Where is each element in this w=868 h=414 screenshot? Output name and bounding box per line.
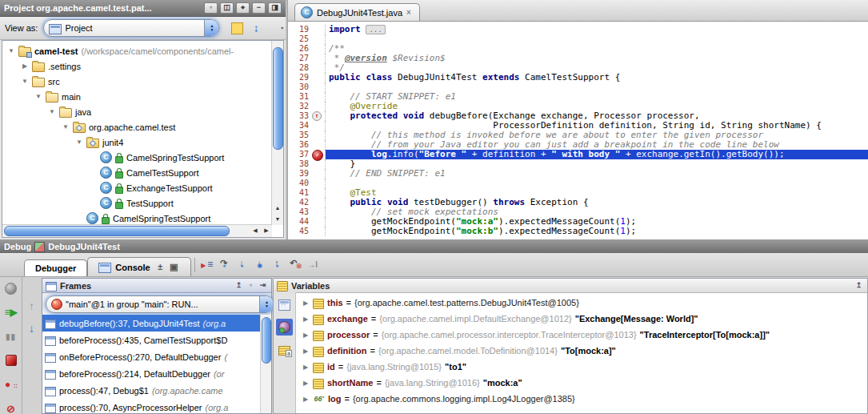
hide-right-button[interactable]: ⇥: [258, 280, 268, 291]
restore-button[interactable]: ↥: [234, 280, 244, 291]
thread-selector[interactable]: "main"@1 in group "main": RUN... ▲▼: [46, 295, 274, 313]
watches-button[interactable]: [276, 319, 293, 336]
gutter[interactable]: [311, 198, 326, 207]
frame-row[interactable]: beforeProcess():214, DefaultDebugger (or: [42, 365, 271, 382]
code-line[interactable]: 19import ...: [288, 25, 868, 34]
frames-vscrollbar[interactable]: [260, 315, 271, 413]
force-step-into-button[interactable]: [251, 256, 269, 274]
float-window-button[interactable]: ▫: [204, 2, 218, 14]
tree-item-camelspringtestsupport[interactable]: CCamelSpringTestSupport: [2, 150, 271, 165]
gutter[interactable]: [311, 217, 326, 227]
frame-up-button[interactable]: ↑: [26, 300, 38, 312]
gutter[interactable]: [311, 227, 326, 236]
variable-row[interactable]: ▶exchange = {org.apache.camel.impl.Defau…: [295, 311, 867, 327]
gutter[interactable]: ✓: [311, 150, 326, 159]
gutter[interactable]: [311, 92, 326, 102]
tree-item-camel-test[interactable]: ▼camel-test (/workspace/camel/components…: [2, 43, 271, 58]
show-execution-point-button[interactable]: [198, 256, 216, 274]
override-icon[interactable]: ↑: [312, 111, 322, 121]
frame-row[interactable]: beforeProcess():435, CamelTestSupport$D: [42, 332, 271, 348]
gutter[interactable]: [311, 159, 326, 169]
tree-item-cameltestsupport[interactable]: CCamelTestSupport: [2, 165, 271, 180]
code-line[interactable]: 25: [288, 34, 868, 44]
collapse-all-button[interactable]: ↨: [250, 22, 262, 34]
gutter[interactable]: [311, 63, 326, 73]
variable-row[interactable]: ▶log = {org.apache.commons.logging.impl.…: [295, 391, 867, 407]
tree-expander-icon[interactable]: ▼: [21, 78, 29, 85]
dock-button[interactable]: ◫: [220, 2, 234, 14]
code-line[interactable]: 29public class DebugJUnit4Test extends C…: [288, 73, 868, 82]
float-small-button[interactable]: ▣: [168, 261, 180, 273]
scroll-right-arrow[interactable]: ▶: [261, 225, 272, 236]
tree-item-exchangetestsupport[interactable]: CExchangeTestSupport: [2, 180, 271, 195]
project-tree-hscrollbar[interactable]: ◀ ▶: [2, 224, 272, 237]
hide-side-button[interactable]: ◨: [268, 2, 282, 14]
variable-row[interactable]: ▶id = {java.lang.String@1015}"to1": [295, 359, 867, 375]
tab-debugger[interactable]: Debugger: [24, 259, 87, 276]
settings-gear-button[interactable]: [268, 22, 280, 34]
scroll-up-arrow[interactable]: ▲: [272, 203, 283, 214]
tree-expander-icon[interactable]: ▼: [34, 93, 42, 100]
drop-frame-button[interactable]: [286, 256, 304, 274]
tree-expander-icon[interactable]: ▼: [48, 108, 56, 115]
frame-row[interactable]: process():70, AsyncProcessorHelper (org.…: [42, 399, 271, 413]
tree-expander-icon[interactable]: ▼: [75, 139, 83, 146]
mute-breakpoints-button[interactable]: ⊘: [2, 400, 20, 414]
evaluate-button[interactable]: [276, 296, 293, 313]
pin-button[interactable]: ⌖: [236, 2, 250, 14]
variable-row[interactable]: ▶shortName = {java.lang.String@1016}"moc…: [295, 375, 867, 391]
editor-tab[interactable]: C DebugJUnit4Test.java ×: [294, 3, 420, 21]
expand-icon[interactable]: ▶: [302, 348, 310, 355]
show-fields-button[interactable]: [276, 341, 293, 358]
frames-vscroll-thumb[interactable]: [262, 317, 271, 364]
gutter[interactable]: [311, 44, 326, 54]
gutter[interactable]: [311, 25, 326, 34]
tree-expander-icon[interactable]: ▼: [62, 123, 70, 131]
tree-item-junit4[interactable]: ▼junit4: [2, 135, 271, 150]
float-window-button[interactable]: ▫: [246, 280, 256, 291]
tree-expander-icon[interactable]: ▶: [21, 62, 29, 70]
gutter[interactable]: [311, 140, 326, 150]
tree-item-testsupport[interactable]: CTestSupport: [2, 195, 271, 211]
restore-button[interactable]: ↥: [854, 280, 864, 291]
expand-icon[interactable]: ▶: [302, 396, 310, 403]
minimize-button[interactable]: −: [252, 2, 266, 14]
view-breakpoints-button[interactable]: [2, 376, 20, 393]
gutter[interactable]: [311, 54, 326, 63]
tree-item-camelspringtestsupport[interactable]: CCamelSpringTestSupport: [2, 211, 271, 224]
tree-item-java[interactable]: ▼java: [2, 104, 271, 119]
pin-small-button[interactable]: ±: [154, 261, 166, 273]
hscroll-thumb[interactable]: [4, 226, 230, 236]
tree-item-org-apache-camel-test[interactable]: ▼org.apache.camel.test: [2, 119, 271, 135]
tree-expander-icon[interactable]: ▼: [7, 47, 15, 54]
scroll-down-arrow[interactable]: ▼: [272, 214, 283, 225]
gutter[interactable]: [311, 179, 326, 188]
code-line[interactable]: 27 * @version $Revision$: [288, 54, 868, 63]
gutter[interactable]: [311, 34, 326, 44]
code-line-current[interactable]: 37✓ log.info("Before " + definition + " …: [288, 150, 868, 159]
code-line[interactable]: 45 getMockEndpoint("mock:b").expectedMes…: [288, 227, 868, 236]
variable-row[interactable]: ▶this = {org.apache.camel.test.patterns.…: [295, 295, 867, 311]
resume-button[interactable]: [2, 303, 20, 321]
gutter[interactable]: [311, 73, 326, 82]
gutter[interactable]: [311, 169, 326, 179]
expand-icon[interactable]: ▶: [302, 299, 310, 307]
expand-icon[interactable]: ▶: [302, 316, 310, 323]
code-area[interactable]: 19import ...2526/**27 * @version $Revisi…: [288, 22, 868, 239]
view-as-stepper[interactable]: ▲▼: [204, 20, 218, 36]
debug-bug-button[interactable]: [2, 279, 20, 297]
tree-item--settings[interactable]: ▶.settings: [2, 58, 271, 74]
scroll-left-arrow[interactable]: ◀: [250, 225, 261, 236]
step-into-button[interactable]: [234, 256, 251, 274]
vscroll-thumb[interactable]: [273, 47, 283, 150]
run-to-cursor-button[interactable]: [304, 256, 322, 274]
thread-selector-stepper[interactable]: ▲▼: [259, 296, 274, 312]
frame-down-button[interactable]: ↓: [26, 323, 38, 335]
gutter[interactable]: [311, 188, 326, 198]
scroll-from-source-button[interactable]: [231, 22, 243, 34]
expand-icon[interactable]: ▶: [302, 332, 310, 339]
variable-row[interactable]: ▶definition = {org.apache.camel.model.To…: [295, 343, 867, 359]
pause-button[interactable]: [2, 328, 20, 345]
step-over-button[interactable]: [216, 256, 234, 274]
frame-row[interactable]: debugBefore():37, DebugJUnit4Test (org.a: [42, 315, 271, 332]
